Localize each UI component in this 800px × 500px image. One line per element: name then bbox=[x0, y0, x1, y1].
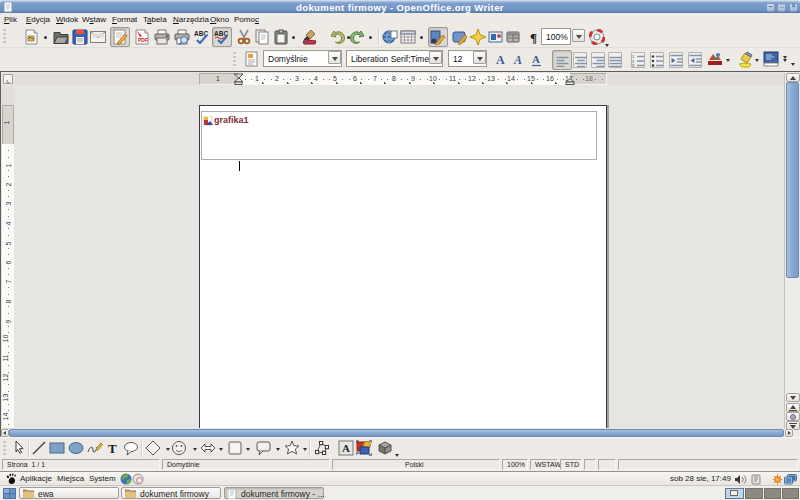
svg-text:A: A bbox=[513, 53, 522, 67]
svg-text:T: T bbox=[108, 441, 117, 456]
svg-text:A: A bbox=[342, 442, 350, 454]
svg-text:¶: ¶ bbox=[530, 30, 537, 45]
svg-text:A: A bbox=[532, 53, 540, 65]
svg-text:3: 3 bbox=[632, 63, 635, 67]
svg-text:PDF: PDF bbox=[138, 37, 148, 43]
svg-text:A: A bbox=[496, 53, 505, 67]
